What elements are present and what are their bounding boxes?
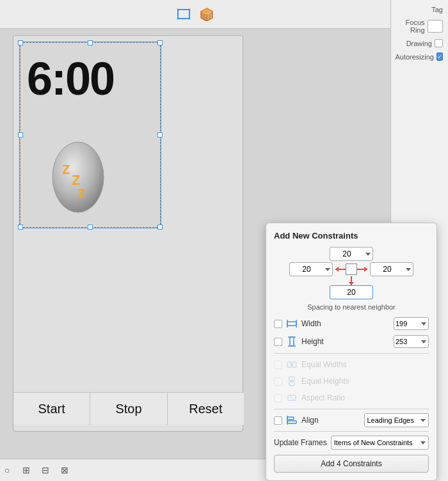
- egg-container: Z Z Z: [36, 120, 120, 222]
- svg-rect-27: [289, 382, 294, 386]
- handle-bottom-left[interactable]: [18, 225, 23, 230]
- start-button[interactable]: Start: [13, 393, 90, 425]
- aspect-ratio-icon: [286, 392, 298, 404]
- spacing-top-select[interactable]: 20: [330, 247, 373, 261]
- layout-icon[interactable]: ⊠: [58, 463, 72, 477]
- handle-top-right[interactable]: [157, 40, 163, 45]
- svg-rect-24: [292, 362, 296, 367]
- handle-top-left[interactable]: [18, 40, 23, 45]
- height-checkbox[interactable]: [274, 338, 282, 346]
- egg-svg: Z Z Z: [43, 126, 113, 216]
- buttons-row: Start Stop Reset: [13, 392, 244, 425]
- update-frames-select[interactable]: Items of New Constraints: [331, 436, 429, 450]
- svg-line-30: [290, 395, 294, 400]
- svg-rect-0: [178, 10, 189, 19]
- focus-ring-select[interactable]: [428, 20, 443, 33]
- equal-heights-icon: [286, 375, 298, 387]
- svg-point-4: [189, 18, 191, 20]
- equal-widths-row: Equal Widths: [274, 358, 429, 372]
- equal-widths-label: Equal Widths: [301, 360, 429, 369]
- equal-heights-label: Equal Heights: [301, 377, 429, 386]
- width-checkbox[interactable]: [274, 320, 282, 328]
- height-icon: [286, 336, 298, 347]
- pin-icon[interactable]: ⊞: [19, 463, 33, 477]
- svg-rect-17: [287, 322, 296, 326]
- divider-3: [274, 431, 429, 432]
- circle-icon[interactable]: ○: [0, 463, 14, 477]
- spacing-bottom-container: [330, 276, 373, 299]
- spacing-widget: 20 20 20: [274, 247, 429, 299]
- height-row: Height 253: [274, 334, 429, 349]
- width-row: Width 199: [274, 316, 429, 331]
- align-row: Align Leading Edges: [274, 413, 429, 427]
- divider-2: [274, 409, 429, 409]
- autoresizing-row: Autoresizing: [391, 50, 448, 63]
- divider-1: [274, 353, 429, 354]
- height-value-select[interactable]: 253: [394, 335, 429, 348]
- align-label: Align: [301, 416, 360, 425]
- svg-point-2: [189, 9, 191, 11]
- selected-view: 6:00 Z Z Z: [20, 42, 161, 228]
- svg-point-1: [177, 9, 179, 11]
- width-label: Width: [301, 319, 390, 328]
- v-arrow-bottom: [351, 276, 352, 285]
- drawing-checkbox[interactable]: [435, 39, 443, 47]
- focus-ring-label: Focus Ring: [396, 19, 425, 34]
- arrow-right: [357, 269, 367, 270]
- svg-rect-20: [290, 337, 294, 346]
- spacing-middle-row: 20 20: [289, 262, 413, 276]
- height-label: Height: [301, 337, 390, 346]
- grid-icon[interactable]: ⊟: [38, 463, 52, 477]
- spacing-bottom-input[interactable]: [330, 285, 373, 299]
- handle-bottom-right[interactable]: [157, 225, 163, 230]
- equal-widths-icon: [286, 359, 298, 370]
- handle-top-middle[interactable]: [88, 40, 93, 45]
- svg-rect-32: [287, 421, 296, 423]
- spacing-note: Spacing to nearest neighbor: [274, 303, 429, 311]
- equal-widths-checkbox[interactable]: [274, 361, 282, 369]
- popup-title: Add New Constraints: [274, 231, 429, 240]
- focus-ring-row: Focus Ring: [391, 16, 448, 36]
- width-icon: [286, 318, 298, 329]
- handle-middle-right[interactable]: [157, 132, 163, 138]
- width-value-select[interactable]: 199: [394, 317, 429, 330]
- aspect-ratio-checkbox[interactable]: [274, 394, 282, 402]
- spacing-left-select[interactable]: 20: [289, 262, 333, 276]
- drawing-label: Drawing: [406, 40, 432, 47]
- tag-label: Tag: [431, 6, 443, 13]
- spacing-right-select[interactable]: 20: [370, 262, 413, 276]
- svg-point-3: [177, 18, 179, 20]
- timer-display: 6:00: [27, 52, 114, 105]
- spacer: [77, 463, 288, 477]
- constraints-popup: Add New Constraints 20 20: [266, 223, 437, 481]
- spacing-top-container: 20: [330, 247, 373, 261]
- autoresizing-label: Autoresizing: [395, 53, 434, 61]
- equal-heights-checkbox[interactable]: [274, 377, 282, 386]
- handle-middle-left[interactable]: [18, 132, 23, 138]
- svg-rect-31: [287, 417, 294, 420]
- handle-bottom-middle[interactable]: [88, 225, 93, 230]
- aspect-ratio-row: Aspect Ratio: [274, 391, 429, 405]
- svg-text:Z: Z: [62, 162, 70, 177]
- align-checkbox[interactable]: [274, 416, 282, 425]
- toolbar: [0, 0, 390, 29]
- cube-icon[interactable]: [199, 6, 214, 22]
- equal-heights-row: Equal Heights: [274, 374, 429, 388]
- align-value-select[interactable]: Leading Edges: [364, 413, 429, 427]
- h-arrows: [335, 264, 367, 275]
- update-frames-row: Update Frames Items of New Constraints: [274, 436, 429, 450]
- drawing-row: Drawing: [391, 36, 448, 50]
- align-icon: [286, 414, 298, 426]
- aspect-ratio-label: Aspect Ratio: [301, 393, 429, 402]
- arrow-left: [335, 269, 346, 270]
- svg-text:Z: Z: [72, 172, 80, 188]
- reset-button[interactable]: Reset: [168, 393, 244, 425]
- update-frames-label: Update Frames: [274, 438, 327, 447]
- center-box: [346, 264, 357, 275]
- autoresizing-checkbox[interactable]: [436, 52, 443, 61]
- add-constraints-button[interactable]: Add 4 Constraints: [274, 455, 429, 473]
- phone-frame: 6:00 Z Z Z: [13, 35, 243, 432]
- stop-button[interactable]: Stop: [90, 393, 167, 425]
- svg-rect-23: [287, 362, 291, 367]
- rectangle-icon[interactable]: [176, 6, 191, 22]
